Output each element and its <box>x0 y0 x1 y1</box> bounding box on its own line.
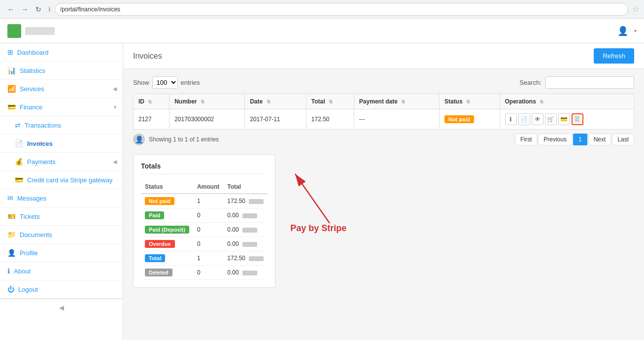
previous-page-button[interactable]: Previous <box>538 134 572 145</box>
sidebar-collapse-button[interactable]: ◀ <box>0 299 123 316</box>
sidebar-item-transactions[interactable]: ⇄ Transactions <box>0 116 123 135</box>
search-label: Search: <box>519 79 542 86</box>
info-op-button[interactable]: ℹ <box>505 113 517 125</box>
sidebar-label-logout: Logout <box>18 286 38 293</box>
sidebar-label-credit-card: Credit card via Stripe gateway <box>27 176 112 184</box>
person-icon[interactable]: 👤 <box>133 134 145 145</box>
logo-text <box>25 27 55 35</box>
refresh-button[interactable]: Refresh <box>594 48 634 64</box>
pdf-op-button[interactable]: 📄 <box>518 113 530 125</box>
stripe-op-button[interactable]: ☰ <box>572 113 583 125</box>
col-operations[interactable]: Operations ⇅ <box>500 94 634 109</box>
col-total[interactable]: Total ⇅ <box>306 94 354 109</box>
totals-amount-not-paid: 1 <box>193 194 223 208</box>
amount-bar-paid <box>242 213 257 218</box>
user-area[interactable]: 👤 ▾ <box>617 26 637 36</box>
sidebar-item-dashboard[interactable]: ⊞ Dashboard <box>0 43 123 62</box>
bookmark-button[interactable]: ☆ <box>632 4 639 14</box>
totals-row-not-paid: Not paid 1 172.50 <box>141 194 268 208</box>
sidebar-item-finance[interactable]: 💳 Finance ▾ <box>0 98 123 116</box>
collapse-icon: ◀ <box>59 304 64 311</box>
back-button[interactable]: ← <box>5 3 17 15</box>
invoices-arrow-indicator: ← <box>37 138 46 149</box>
info-icon: ℹ <box>48 5 51 13</box>
cart-op-button[interactable]: 🛒 <box>545 113 557 125</box>
sidebar-item-documents[interactable]: 📁 Documents <box>0 226 123 244</box>
top-header: 👤 ▾ <box>0 19 644 43</box>
col-payment-date[interactable]: Payment date ⇅ <box>354 94 439 109</box>
sidebar-item-messages[interactable]: ✉ Messages <box>0 189 123 207</box>
view-op-button[interactable]: 👁 <box>532 113 543 125</box>
totals-status-overdue: Overdue <box>141 237 193 251</box>
dashboard-icon: ⊞ <box>7 48 13 56</box>
totals-row-paid: Paid 0 0.00 <box>141 208 268 223</box>
pay-stripe-annotation: Pay by Stripe <box>290 169 349 234</box>
sidebar-item-payments[interactable]: 💰 Payments ◀ <box>0 153 123 171</box>
cell-operations[interactable]: ℹ 📄 👁 🛒 💳 ☰ <box>500 109 634 130</box>
payments-arrow: ◀ <box>113 159 117 165</box>
sidebar-label-transactions: Transactions <box>25 122 61 129</box>
tickets-icon: 🎫 <box>7 212 16 220</box>
totals-total-not-paid: 172.50 <box>223 194 268 208</box>
pay-op-button[interactable]: 💳 <box>558 113 570 125</box>
sidebar-label-services: Services <box>20 85 44 93</box>
totals-row-deleted: Deleted 0 0.00 <box>141 266 268 280</box>
browser-nav-buttons[interactable]: ← → ↻ <box>5 3 44 15</box>
totals-amount-overdue: 0 <box>193 237 223 251</box>
documents-icon: 📁 <box>7 231 16 238</box>
last-page-button[interactable]: Last <box>612 134 634 145</box>
user-dropdown-caret[interactable]: ▾ <box>634 28 637 34</box>
search-input[interactable] <box>545 76 634 89</box>
col-status[interactable]: Status ⇅ <box>439 94 500 109</box>
cell-number: 201703000002 <box>169 109 245 130</box>
svg-line-1 <box>295 174 330 223</box>
col-id[interactable]: ID ⇅ <box>134 94 169 109</box>
invoices-icon: 📄 <box>15 139 23 147</box>
finance-icon: 💳 <box>7 103 16 111</box>
amount-bar-deleted <box>242 271 257 275</box>
search-area: Search: <box>519 76 634 89</box>
sidebar-item-statistics[interactable]: 📊 Statistics <box>0 62 123 80</box>
cell-total: 172.50 <box>306 109 354 130</box>
sort-status-icon: ⇅ <box>466 99 470 104</box>
col-number[interactable]: Number ⇅ <box>169 94 245 109</box>
sidebar-item-tickets[interactable]: 🎫 Tickets <box>0 207 123 226</box>
show-entries: Show 10 25 50 100 entries <box>133 76 200 89</box>
sidebar-item-profile[interactable]: 👤 Profile <box>0 244 123 262</box>
sidebar-item-credit-card[interactable]: 💳 Credit card via Stripe gateway <box>0 171 123 189</box>
browser-bar: ← → ↻ ℹ ☆ <box>0 0 644 19</box>
cell-id: 2127 <box>134 109 169 130</box>
totals-amount-deleted: 0 <box>193 266 223 280</box>
totals-table: Status Amount Total Not paid 1 172.50 <box>141 180 268 280</box>
table-row: 2127 201703000002 2017-07-11 172.50 --- … <box>134 109 634 130</box>
sidebar-item-about[interactable]: ℹ About <box>0 262 123 280</box>
forward-button[interactable]: → <box>19 3 31 15</box>
totals-col-status: Status <box>141 180 193 194</box>
profile-icon: 👤 <box>7 249 16 257</box>
first-page-button[interactable]: First <box>515 134 537 145</box>
totals-row-total: Total 1 172.50 <box>141 251 268 266</box>
cell-payment-date: --- <box>354 109 439 130</box>
invoices-table: ID ⇅ Number ⇅ Date ⇅ Total ⇅ Payment dat… <box>133 94 634 130</box>
sort-date-icon: ⇅ <box>267 99 271 104</box>
totals-row-paid-deposit: Paid (Deposit) 0 0.00 <box>141 223 268 237</box>
entries-per-page-select[interactable]: 10 25 50 100 <box>152 76 178 89</box>
sidebar-item-invoices[interactable]: 📄 Invoices ← <box>0 135 123 153</box>
status-badge: Not paid <box>444 115 474 123</box>
sidebar: ⊞ Dashboard 📊 Statistics 📶 Services ◀ 💳 … <box>0 43 123 340</box>
amount-bar-deposit <box>242 228 257 233</box>
pay-by-stripe-label: Pay by Stripe <box>290 223 346 234</box>
current-page-button[interactable]: 1 <box>573 134 587 145</box>
totals-status-paid: Paid <box>141 208 193 223</box>
sidebar-label-finance: Finance <box>20 103 42 111</box>
next-page-button[interactable]: Next <box>588 134 611 145</box>
sidebar-item-logout[interactable]: ⏻ Logout <box>0 280 123 299</box>
transactions-icon: ⇄ <box>15 121 21 129</box>
reload-button[interactable]: ↻ <box>33 3 44 15</box>
address-bar[interactable] <box>55 3 628 16</box>
totals-status-paid-deposit: Paid (Deposit) <box>141 223 193 237</box>
col-date[interactable]: Date ⇅ <box>245 94 306 109</box>
sidebar-item-services[interactable]: 📶 Services ◀ <box>0 80 123 98</box>
amount-bar-overdue <box>242 242 257 247</box>
sidebar-label-payments: Payments <box>27 158 56 166</box>
